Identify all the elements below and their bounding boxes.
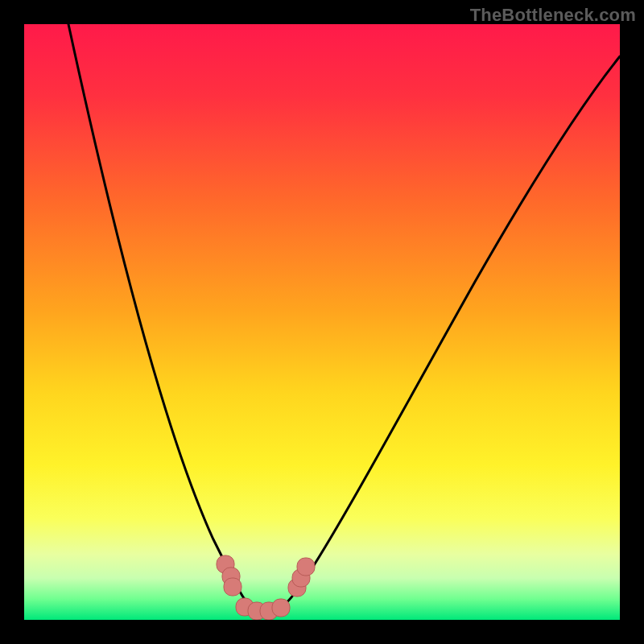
plot-area (24, 24, 620, 620)
chart-svg (24, 24, 620, 620)
curve-marker (224, 578, 242, 596)
attribution-label: TheBottleneck.com (470, 5, 636, 26)
chart-frame: TheBottleneck.com (0, 0, 644, 644)
curve-marker (297, 558, 315, 576)
gradient-background (24, 24, 620, 620)
curve-marker (272, 599, 290, 617)
